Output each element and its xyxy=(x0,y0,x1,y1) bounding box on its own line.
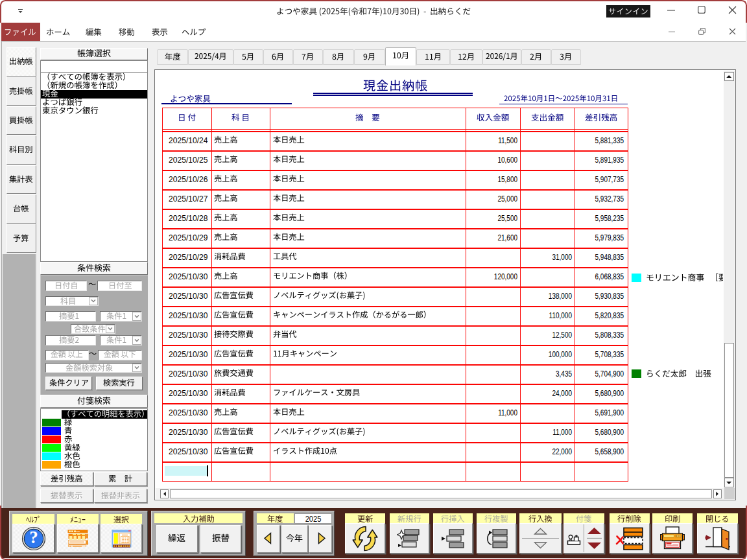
svg-text:?: ? xyxy=(29,528,38,547)
